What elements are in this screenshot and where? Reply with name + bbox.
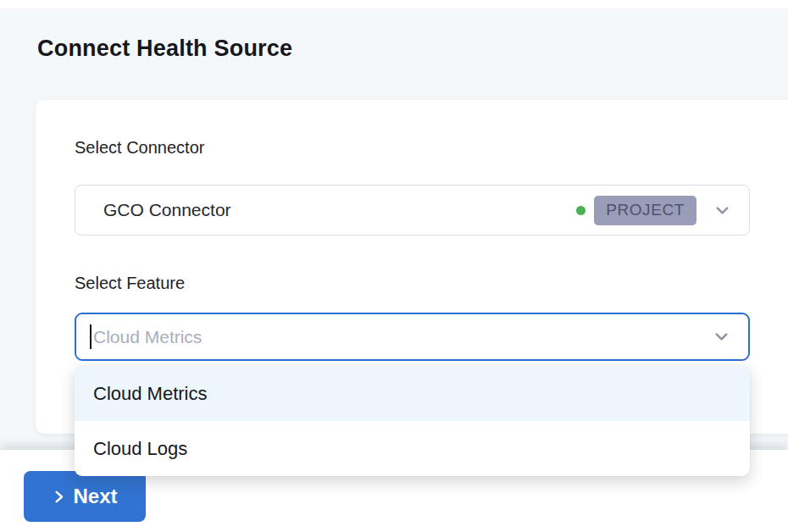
dropdown-option-cloud-logs[interactable]: Cloud Logs [75, 421, 750, 476]
connector-select[interactable]: GCO Connector PROJECT [75, 185, 750, 236]
chevron-down-icon[interactable] [712, 327, 731, 346]
page-title: Connect Health Source [37, 36, 292, 62]
select-feature-label: Select Feature [75, 274, 185, 293]
chevron-down-icon[interactable] [713, 201, 732, 220]
top-strip [0, 0, 788, 8]
chevron-right-icon [52, 490, 66, 504]
text-cursor [90, 324, 92, 349]
connector-select-value: GCO Connector [103, 200, 231, 220]
feature-placeholder: Cloud Metrics [93, 327, 202, 347]
connected-status-dot-icon [576, 206, 585, 215]
next-button[interactable]: Next [24, 471, 146, 522]
scope-badge: PROJECT [594, 196, 696, 225]
feature-dropdown-menu: Cloud Metrics Cloud Logs [75, 366, 750, 476]
select-connector-label: Select Connector [75, 138, 204, 158]
next-button-label: Next [73, 485, 117, 508]
dropdown-option-cloud-metrics[interactable]: Cloud Metrics [75, 366, 750, 421]
feature-select-input[interactable]: Cloud Metrics [75, 313, 750, 361]
